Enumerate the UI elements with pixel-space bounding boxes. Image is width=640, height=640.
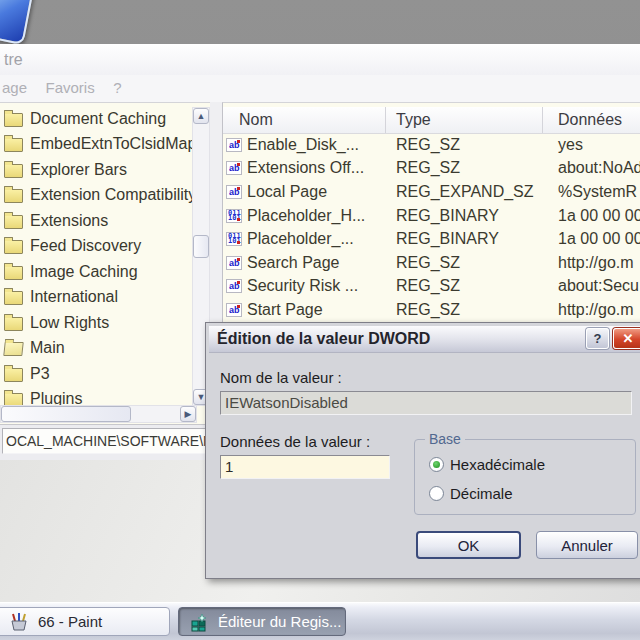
tree-item[interactable]: Feed Discovery	[0, 234, 192, 260]
value-data-input[interactable]: 1	[220, 455, 390, 479]
value-type: REG_EXPAND_SZ	[386, 183, 543, 201]
table-row[interactable]: Security Risk ... REG_SZ about:Secu	[223, 275, 640, 299]
value-name-label: Nom de la valeur :	[220, 369, 342, 386]
close-icon[interactable]: ✕	[613, 328, 640, 349]
tree-item[interactable]: International	[0, 285, 192, 311]
value-data: %SystemR	[543, 183, 640, 201]
scroll-up-icon[interactable]: ▲	[193, 108, 209, 124]
window-title: tre	[4, 45, 23, 75]
tree-item[interactable]: Main	[0, 336, 192, 362]
column-header-type[interactable]: Type	[386, 107, 543, 133]
tree-item[interactable]: Image Caching	[0, 259, 192, 285]
regedit-titlebar[interactable]: tre	[0, 45, 640, 75]
binary-value-icon	[226, 209, 242, 223]
string-value-icon	[226, 256, 242, 270]
value-type: REG_SZ	[386, 277, 543, 295]
partial-desktop-icon[interactable]	[0, 0, 34, 45]
radio-unselected-icon[interactable]	[429, 486, 444, 501]
vertical-scroll-thumb[interactable]	[193, 235, 209, 258]
regedit-icon	[189, 612, 209, 632]
value-type: REG_BINARY	[386, 230, 543, 248]
tree-item[interactable]: Document Caching	[0, 106, 192, 132]
horizontal-scroll-thumb[interactable]	[1, 406, 131, 422]
tree-item-label: Main	[30, 339, 65, 357]
table-row[interactable]: Local Page REG_EXPAND_SZ %SystemR	[223, 180, 640, 204]
column-header-nom[interactable]: Nom	[223, 107, 386, 133]
tree-item[interactable]: P3	[0, 361, 192, 387]
value-data: about:NoAd	[543, 159, 640, 177]
folder-icon	[4, 138, 23, 152]
screen: tre age Favoris ? Document Caching Embed…	[0, 0, 640, 640]
folder-icon	[4, 266, 23, 280]
taskbar-button-label: 66 - Paint	[38, 613, 102, 630]
value-name: Placeholder_H...	[247, 207, 365, 225]
menu-affichage[interactable]: age	[2, 75, 27, 101]
radio-hexadecimale[interactable]: Hexadécimale	[429, 456, 545, 473]
tree-item-label: Low Rights	[30, 314, 109, 332]
taskbar-button-paint[interactable]: 66 - Paint	[0, 607, 170, 636]
value-data-label: Données de la valeur :	[220, 433, 370, 450]
tree-horizontal-scrollbar[interactable]: ▶	[0, 405, 197, 423]
radio-label: Décimale	[450, 485, 513, 502]
value-data: http://go.m	[543, 301, 640, 319]
radio-selected-icon[interactable]	[429, 457, 444, 472]
string-value-icon	[226, 185, 242, 199]
tree-item[interactable]: Explorer Bars	[0, 157, 192, 183]
menu-favoris[interactable]: Favoris	[45, 75, 94, 101]
taskbar-button-label: Éditeur du Regis...	[218, 613, 341, 630]
tree-item[interactable]: EmbedExtnToClsidMap	[0, 132, 192, 158]
string-value-icon	[226, 161, 242, 175]
dialog-body: Nom de la valeur : IEWatsonDisabled Donn…	[209, 353, 640, 576]
value-data: 1a 00 00 00	[543, 207, 640, 225]
tree-item-label: EmbedExtnToClsidMap	[30, 135, 192, 153]
value-name: Extensions Off...	[247, 159, 364, 177]
scroll-right-icon[interactable]: ▶	[180, 406, 196, 422]
table-row[interactable]: Enable_Disk_... REG_SZ yes	[223, 133, 640, 157]
folder-open-icon	[3, 342, 23, 356]
table-row[interactable]: Search Page REG_SZ http://go.m	[223, 251, 640, 275]
value-type: REG_BINARY	[386, 207, 543, 225]
value-type: REG_SZ	[386, 159, 543, 177]
radio-label: Hexadécimale	[450, 456, 545, 473]
value-name-field[interactable]: IEWatsonDisabled	[220, 391, 632, 415]
string-value-icon	[226, 138, 242, 152]
ok-button[interactable]: OK	[416, 531, 521, 559]
table-row[interactable]: Start Page REG_SZ http://go.m	[223, 298, 640, 322]
tree-item[interactable]: Low Rights	[0, 310, 192, 336]
folder-icon	[4, 317, 23, 331]
tree-item[interactable]: Plugins	[0, 387, 192, 408]
menu-help[interactable]: ?	[113, 75, 121, 101]
table-row[interactable]: Extensions Off... REG_SZ about:NoAd	[223, 157, 640, 181]
registry-tree-panel: Document Caching EmbedExtnToClsidMap Exp…	[0, 102, 210, 425]
value-name: Start Page	[247, 301, 323, 319]
tree-item-label: Extension Compatibility	[30, 186, 192, 204]
cancel-button[interactable]: Annuler	[536, 531, 638, 559]
value-name: Search Page	[247, 254, 340, 272]
list-header: Nom Type Données	[223, 107, 640, 134]
value-name: Local Page	[247, 183, 327, 201]
value-type: REG_SZ	[386, 136, 543, 154]
tree-item[interactable]: Extension Compatibility	[0, 183, 192, 209]
taskbar-button-regedit[interactable]: Éditeur du Regis...	[178, 607, 346, 636]
help-icon[interactable]: ?	[586, 328, 609, 349]
column-header-donnees[interactable]: Données	[543, 107, 640, 133]
folder-icon	[4, 215, 23, 229]
tree-items: Document Caching EmbedExtnToClsidMap Exp…	[0, 106, 192, 407]
value-data: 1a 00 00 00	[543, 230, 640, 248]
menubar: age Favoris ?	[0, 75, 640, 103]
table-row[interactable]: Placeholder_... REG_BINARY 1a 00 00 00	[223, 227, 640, 251]
string-value-icon	[226, 303, 242, 317]
tree-item-label: P3	[30, 365, 50, 383]
paint-icon	[9, 612, 29, 632]
value-name: Placeholder_...	[247, 230, 354, 248]
tree-item-label: Extensions	[30, 212, 108, 230]
radio-decimale[interactable]: Décimale	[429, 485, 513, 502]
tree-item[interactable]: Extensions	[0, 208, 192, 234]
table-row[interactable]: Placeholder_H... REG_BINARY 1a 00 00 00	[223, 204, 640, 228]
value-data: about:Secu	[543, 277, 640, 295]
folder-icon	[4, 189, 23, 203]
value-name: Security Risk ...	[247, 277, 358, 295]
folder-icon	[4, 113, 23, 127]
dialog-titlebar[interactable]: Édition de la valeur DWORD ? ✕	[209, 326, 640, 353]
string-value-icon	[226, 279, 242, 293]
